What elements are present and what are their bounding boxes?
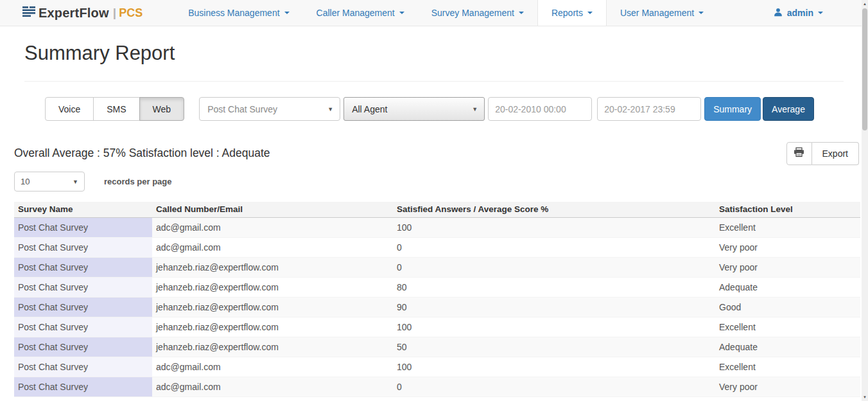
cell-called-number-email: jehanzeb.riaz@expertflow.com xyxy=(152,277,393,297)
cell-satisfaction-level: Good xyxy=(715,297,860,317)
print-button[interactable] xyxy=(786,142,812,165)
title-section: Summary Report xyxy=(24,42,844,82)
cell-survey-name: Post Chat Survey xyxy=(14,277,152,297)
dropdown-arrow-icon: ▼ xyxy=(472,106,478,112)
table-row: Post Chat Survey adc@gmail.com 100 Excel… xyxy=(14,217,860,237)
nav-item-user-management[interactable]: User Management xyxy=(607,0,717,26)
cell-survey-name: Post Chat Survey xyxy=(14,237,152,257)
cell-survey-name: Post Chat Survey xyxy=(14,377,152,397)
nav-item-business-management[interactable]: Business Management xyxy=(175,0,302,26)
col-header-survey-name[interactable]: Survey Name xyxy=(14,202,152,217)
cell-satisfaction-level: Excellent xyxy=(715,357,860,377)
cell-satisfaction-level: Very poor xyxy=(715,257,860,277)
caret-down-icon xyxy=(519,12,524,14)
nav-item-survey-management[interactable]: Survey Management xyxy=(418,0,537,26)
date-from-input[interactable] xyxy=(488,97,592,121)
overall-row: Overall Average : 57% Satisfaction level… xyxy=(14,141,859,165)
cell-satisfaction-level: Adequate xyxy=(715,277,860,297)
nav-item-reports[interactable]: Reports xyxy=(537,0,607,26)
cell-score: 0 xyxy=(393,237,715,257)
printer-icon xyxy=(794,147,804,160)
cell-called-number-email: jehanzeb.riaz@expertflow.com xyxy=(152,297,393,317)
summary-button[interactable]: Summary xyxy=(704,97,761,121)
records-per-page-label: records per page xyxy=(104,177,172,186)
cell-score: 50 xyxy=(393,337,715,357)
tab-web[interactable]: Web xyxy=(139,97,185,121)
export-button[interactable]: Export xyxy=(812,142,859,165)
agent-select-value: All Agent xyxy=(352,104,387,114)
cell-satisfaction-level: Adequate xyxy=(715,337,860,357)
caret-down-icon xyxy=(587,12,593,14)
cell-called-number-email: jehanzeb.riaz@expertflow.com xyxy=(152,257,393,277)
page-title: Summary Report xyxy=(24,42,844,65)
nav-item-label: Reports xyxy=(551,8,583,18)
scrollbar-thumb[interactable] xyxy=(862,8,867,130)
cell-called-number-email: adc@gmail.com xyxy=(152,357,393,377)
cell-survey-name: Post Chat Survey xyxy=(14,257,152,277)
caret-down-icon xyxy=(818,12,823,14)
brand-name: ExpertFlow xyxy=(39,6,109,21)
expertflow-logo[interactable]: ExpertFlow | PCS xyxy=(22,0,143,26)
filter-toolbar: Voice SMS Web Post Chat Survey ▼ All Age… xyxy=(45,97,868,121)
nav-item-label: User Management xyxy=(620,8,694,18)
dropdown-arrow-icon: ▼ xyxy=(73,179,78,185)
table-row: Post Chat Survey adc@gmail.com 0 Very po… xyxy=(14,377,860,397)
user-icon xyxy=(774,8,783,19)
tab-voice[interactable]: Voice xyxy=(45,97,94,121)
survey-select-value: Post Chat Survey xyxy=(207,104,277,114)
nav-item-caller-management[interactable]: Caller Management xyxy=(303,0,418,26)
brand-product: PCS xyxy=(119,6,143,20)
summary-report-table: Survey Name Called Number/Email Satisfie… xyxy=(14,202,860,397)
cell-score: 0 xyxy=(393,257,715,277)
table-row: Post Chat Survey jehanzeb.riaz@expertflo… xyxy=(14,337,860,357)
page-size-value: 10 xyxy=(21,177,30,186)
table-row: Post Chat Survey adc@gmail.com 0 Very po… xyxy=(14,237,860,257)
caret-down-icon xyxy=(399,12,404,14)
cell-called-number-email: jehanzeb.riaz@expertflow.com xyxy=(152,337,393,357)
nav-item-label: Survey Management xyxy=(431,8,514,18)
cell-satisfaction-level: Excellent xyxy=(715,217,860,237)
cell-score: 100 xyxy=(393,317,715,337)
page-size-select[interactable]: 10 ▼ xyxy=(14,172,85,192)
cell-called-number-email: adc@gmail.com xyxy=(152,217,393,237)
cell-called-number-email: adc@gmail.com xyxy=(152,237,393,257)
cell-satisfaction-level: Excellent xyxy=(715,317,860,337)
scroll-up-arrow-icon[interactable]: ▲ xyxy=(862,0,868,8)
cell-survey-name: Post Chat Survey xyxy=(14,297,152,317)
tab-sms[interactable]: SMS xyxy=(93,97,139,121)
caret-down-icon xyxy=(284,12,290,14)
col-header-satisfied-answers[interactable]: Satisfied Answers / Average Score % xyxy=(393,202,715,217)
cell-called-number-email: adc@gmail.com xyxy=(152,377,393,397)
table-row: Post Chat Survey jehanzeb.riaz@expertflo… xyxy=(14,257,860,277)
user-menu[interactable]: admin xyxy=(774,0,823,26)
cell-survey-name: Post Chat Survey xyxy=(14,357,152,377)
vertical-scrollbar[interactable]: ▲ ▼ xyxy=(862,0,868,401)
brand-separator: | xyxy=(113,6,116,20)
table-row: Post Chat Survey jehanzeb.riaz@expertflo… xyxy=(14,277,860,297)
table-header-row: Survey Name Called Number/Email Satisfie… xyxy=(14,202,860,217)
date-to-input[interactable] xyxy=(597,97,701,121)
average-button[interactable]: Average xyxy=(763,97,814,121)
scroll-down-arrow-icon[interactable]: ▼ xyxy=(862,393,868,401)
survey-select[interactable]: Post Chat Survey ▼ xyxy=(199,97,340,121)
user-name: admin xyxy=(787,8,813,18)
col-header-satisfaction-level[interactable]: Satisfaction Level xyxy=(715,202,860,217)
cell-score: 80 xyxy=(393,277,715,297)
export-button-label: Export xyxy=(822,148,848,159)
nav-item-label: Business Management xyxy=(188,8,279,18)
overall-average-text: Overall Average : 57% Satisfaction level… xyxy=(14,147,270,160)
cell-satisfaction-level: Very poor xyxy=(715,377,860,397)
nav-menu: Business Management Caller Management Su… xyxy=(175,0,717,26)
title-divider xyxy=(24,81,844,82)
col-header-called-number-email[interactable]: Called Number/Email xyxy=(152,202,393,217)
nav-item-label: Caller Management xyxy=(317,8,395,18)
cell-survey-name: Post Chat Survey xyxy=(14,317,152,337)
records-per-page-row: 10 ▼ records per page xyxy=(14,172,868,192)
cell-survey-name: Post Chat Survey xyxy=(14,337,152,357)
navbar: ExpertFlow | PCS Business Management Cal… xyxy=(0,0,868,26)
channel-tab-group: Voice SMS Web xyxy=(45,97,184,121)
cell-score: 0 xyxy=(393,377,715,397)
agent-select[interactable]: All Agent ▼ xyxy=(343,97,485,121)
cell-survey-name: Post Chat Survey xyxy=(14,217,152,237)
dropdown-arrow-icon: ▼ xyxy=(327,106,333,112)
